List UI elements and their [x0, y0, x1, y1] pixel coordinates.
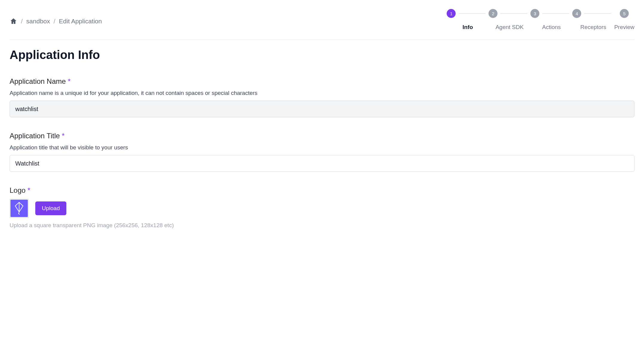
breadcrumb-sep: / — [54, 18, 55, 25]
application-title-help: Application title that will be visible t… — [10, 144, 634, 151]
upload-button[interactable]: Upload — [35, 201, 66, 215]
application-title-input[interactable] — [10, 155, 634, 172]
step-label: Preview — [614, 24, 634, 31]
required-marker: * — [62, 132, 65, 140]
field-logo: Logo * Upload Upload a square transparen… — [10, 186, 634, 229]
breadcrumb-sandbox[interactable]: sandbox — [26, 18, 50, 25]
breadcrumb-sep: / — [21, 18, 23, 25]
application-title-label: Application Title * — [10, 132, 634, 140]
field-application-title: Application Title * Application title th… — [10, 132, 634, 172]
page-title: Application Info — [10, 48, 634, 62]
required-marker: * — [68, 77, 71, 85]
step-connector — [500, 13, 527, 14]
step-label: Actions — [542, 24, 561, 31]
step-preview[interactable]: 5 Preview — [614, 9, 634, 31]
logo-label: Logo * — [10, 186, 634, 195]
step-circle: 2 — [489, 9, 498, 18]
step-circle: 1 — [447, 9, 456, 18]
label-text: Application Title — [10, 132, 60, 140]
field-application-name: Application Name * Application name is a… — [10, 77, 634, 117]
label-text: Application Name — [10, 77, 66, 85]
step-label: Agent SDK — [495, 24, 524, 31]
logo-hint: Upload a square transparent PNG image (2… — [10, 222, 634, 229]
wizard-stepper: 1 Info 2 Agent SDK 3 Actions 4 Recept — [447, 9, 634, 31]
application-name-input[interactable] — [10, 101, 634, 117]
step-actions[interactable]: 3 Actions — [530, 9, 572, 31]
required-marker: * — [28, 186, 30, 194]
step-agent-sdk[interactable]: 2 Agent SDK — [489, 9, 530, 31]
kite-icon — [10, 200, 28, 217]
application-name-label: Application Name * — [10, 77, 634, 86]
step-connector — [542, 13, 569, 14]
step-receptors[interactable]: 4 Receptors — [572, 9, 614, 31]
step-circle: 4 — [572, 9, 581, 18]
step-info[interactable]: 1 Info — [447, 9, 489, 31]
logo-preview — [10, 199, 29, 218]
breadcrumb: / sandbox / Edit Application — [10, 9, 102, 25]
step-circle: 3 — [530, 9, 539, 18]
home-icon[interactable] — [10, 17, 17, 25]
step-connector — [584, 13, 611, 14]
step-label: Receptors — [580, 24, 606, 31]
step-label: Info — [463, 24, 473, 31]
label-text: Logo — [10, 186, 25, 194]
step-connector — [459, 13, 486, 14]
breadcrumb-current: Edit Application — [59, 18, 102, 25]
step-circle: 5 — [620, 9, 629, 18]
application-name-help: Application name is a unique id for your… — [10, 90, 634, 96]
